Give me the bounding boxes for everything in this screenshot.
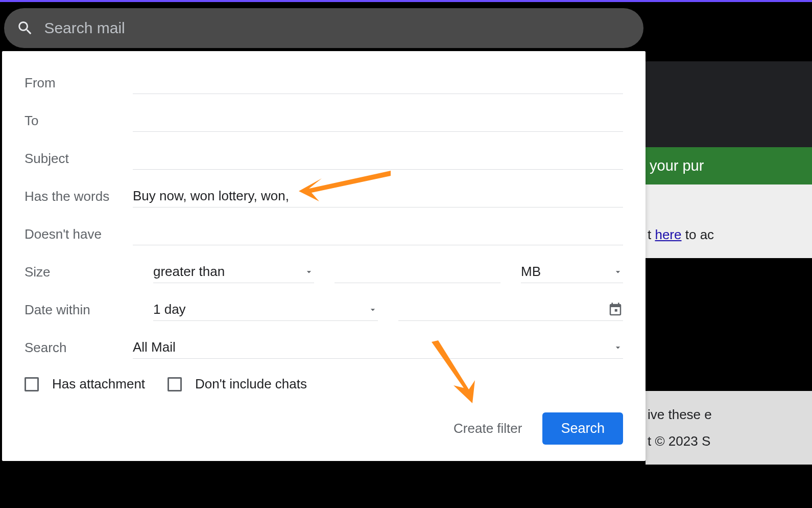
date-of-input[interactable] [398, 299, 623, 321]
doesnt-have-label: Doesn't have [25, 226, 133, 242]
subject-input[interactable] [133, 147, 623, 170]
date-within-label: Date within [25, 302, 133, 318]
has-words-label: Has the words [25, 189, 133, 204]
size-label: Size [25, 264, 133, 280]
doesnt-have-input[interactable] [133, 223, 623, 245]
date-range-select[interactable]: 1 day [153, 298, 378, 321]
dont-include-chats-label: Don't include chats [195, 376, 307, 392]
size-unit-value: MB [521, 261, 613, 283]
create-filter-link[interactable]: Create filter [453, 421, 522, 436]
chevron-down-icon [368, 305, 378, 315]
from-label: From [25, 75, 133, 91]
search-in-value: All Mail [133, 336, 613, 358]
search-input[interactable] [44, 19, 631, 37]
search-in-select[interactable]: All Mail [133, 336, 623, 359]
bg-text-area: t here to ac [646, 184, 812, 258]
calendar-icon [608, 302, 623, 317]
size-operator-value: greater than [153, 261, 304, 283]
bg-green-banner: your pur [646, 147, 812, 184]
date-range-value: 1 day [153, 298, 368, 320]
to-label: To [25, 113, 133, 129]
advanced-search-panel: From To Subject Has the words Doesn't ha… [2, 51, 646, 461]
size-unit-select[interactable]: MB [521, 261, 623, 283]
size-value-input[interactable] [335, 261, 500, 283]
chevron-down-icon [613, 267, 623, 277]
dont-include-chats-checkbox[interactable] [168, 377, 182, 391]
to-input[interactable] [133, 109, 623, 132]
background-email-content: your pur t here to ac ive these e t © 20… [646, 61, 812, 465]
chevron-down-icon [304, 267, 314, 277]
chevron-down-icon [613, 342, 623, 353]
has-words-input[interactable] [133, 185, 623, 207]
search-bar[interactable] [4, 8, 643, 48]
size-operator-select[interactable]: greater than [153, 261, 314, 283]
from-input[interactable] [133, 72, 623, 94]
search-icon [16, 19, 34, 37]
search-in-label: Search [25, 340, 133, 356]
bg-footer: ive these e t © 2023 S [646, 391, 812, 465]
bg-here-link[interactable]: here [655, 227, 681, 242]
search-button[interactable]: Search [542, 412, 623, 445]
has-attachment-checkbox[interactable] [25, 377, 39, 391]
svg-rect-0 [615, 309, 617, 311]
subject-label: Subject [25, 151, 133, 167]
has-attachment-label: Has attachment [52, 376, 145, 392]
